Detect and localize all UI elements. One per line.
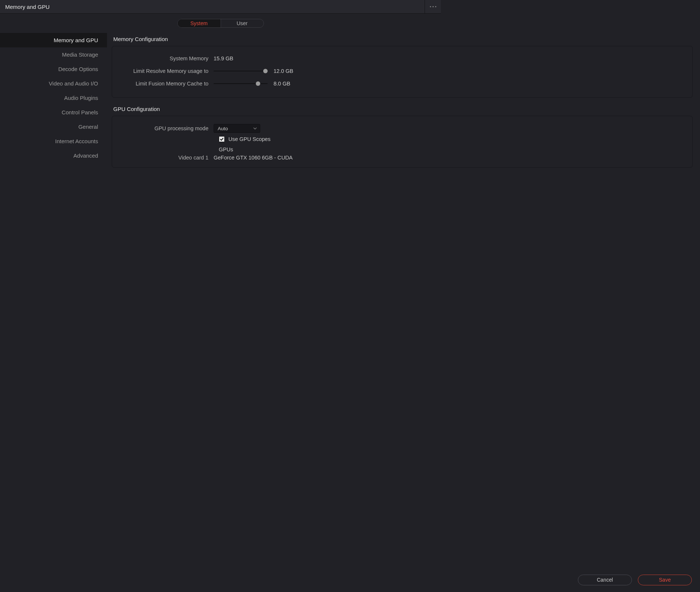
slider-thumb[interactable]: [263, 69, 268, 73]
fusion-limit-slider[interactable]: [214, 81, 268, 86]
video-card-label: Video card 1: [118, 155, 214, 161]
gpu-panel: GPU processing mode Auto Use GPU Scopes: [112, 116, 441, 168]
tab-system[interactable]: System: [178, 19, 221, 27]
sidebar-item-label: Audio Plugins: [64, 95, 98, 101]
resolve-limit-value: 12.0 GB: [274, 68, 293, 74]
sidebar-item-video-audio-io[interactable]: Video and Audio I/O: [0, 76, 107, 91]
sidebar-item-memory-and-gpu[interactable]: Memory and GPU: [0, 33, 107, 47]
row-resolve-limit: Limit Resolve Memory usage to 12.0 GB: [118, 65, 441, 77]
gpu-mode-label: GPU processing mode: [118, 125, 214, 131]
row-fusion-limit: Limit Fusion Memory Cache to 8.0 GB: [118, 78, 441, 89]
row-gpu-mode: GPU processing mode Auto: [118, 123, 441, 134]
svg-point-0: [430, 6, 431, 7]
fusion-limit-label: Limit Fusion Memory Cache to: [118, 81, 214, 87]
sidebar-item-media-storage[interactable]: Media Storage: [0, 47, 107, 62]
sidebar-item-label: Video and Audio I/O: [49, 80, 98, 87]
tab-user[interactable]: User: [221, 19, 264, 27]
memory-panel: System Memory 15.9 GB Limit Resolve Memo…: [112, 46, 441, 98]
resolve-limit-slider[interactable]: [214, 68, 268, 74]
titlebar: Memory and GPU: [0, 0, 441, 14]
sidebar-item-general[interactable]: General: [0, 120, 107, 134]
sidebar-item-label: Media Storage: [62, 51, 98, 58]
chevron-down-icon: [253, 127, 257, 130]
sidebar-item-label: Advanced: [73, 152, 98, 159]
svg-point-1: [432, 6, 433, 7]
row-video-card-1: Video card 1 GeForce GTX 1060 6GB - CUDA: [219, 155, 441, 161]
resolve-limit-label: Limit Resolve Memory usage to: [118, 68, 214, 74]
sidebar-item-audio-plugins[interactable]: Audio Plugins: [0, 91, 107, 105]
window-title: Memory and GPU: [5, 4, 425, 10]
slider-track: [214, 71, 268, 71]
sidebar-item-label: Decode Options: [58, 66, 98, 72]
gpus-title: GPUs: [219, 147, 441, 152]
sidebar-item-label: General: [78, 124, 98, 130]
sidebar-item-label: Control Panels: [62, 109, 98, 115]
slider-thumb[interactable]: [256, 81, 260, 86]
fusion-limit-value: 8.0 GB: [274, 81, 290, 87]
video-card-value: GeForce GTX 1060 6GB - CUDA: [214, 155, 293, 161]
sidebar-item-label: Internet Accounts: [55, 138, 98, 144]
content-area: Memory and GPU Media Storage Decode Opti…: [0, 33, 441, 373]
sidebar-item-internet-accounts[interactable]: Internet Accounts: [0, 134, 107, 148]
tab-switch-row: System User: [0, 14, 441, 33]
gpu-mode-value: Auto: [218, 126, 228, 131]
resolve-limit-control: 12.0 GB: [214, 68, 293, 74]
row-system-memory: System Memory 15.9 GB: [118, 53, 441, 64]
row-use-gpu-scopes: Use GPU Scopes: [219, 136, 441, 142]
system-memory-label: System Memory: [118, 56, 214, 61]
check-icon: [220, 137, 224, 141]
gpu-mode-select[interactable]: Auto: [214, 124, 260, 133]
svg-point-2: [435, 6, 436, 7]
sidebar-item-advanced[interactable]: Advanced: [0, 148, 107, 163]
sidebar-item-decode-options[interactable]: Decode Options: [0, 62, 107, 76]
sidebar-item-label: Memory and GPU: [54, 37, 98, 43]
main-panel: Memory Configuration System Memory 15.9 …: [107, 33, 441, 373]
system-memory-value: 15.9 GB: [214, 56, 233, 61]
use-gpu-scopes-checkbox[interactable]: [219, 136, 225, 142]
memory-section-title: Memory Configuration: [112, 36, 441, 42]
gpu-section-title: GPU Configuration: [112, 106, 441, 112]
fusion-limit-control: 8.0 GB: [214, 81, 290, 87]
sidebar-item-control-panels[interactable]: Control Panels: [0, 105, 107, 120]
sidebar: Memory and GPU Media Storage Decode Opti…: [0, 33, 107, 373]
tab-switch: System User: [177, 19, 264, 28]
use-gpu-scopes-label: Use GPU Scopes: [228, 136, 271, 142]
gpus-block: GPUs Video card 1 GeForce GTX 1060 6GB -…: [219, 147, 441, 161]
more-options-button[interactable]: [425, 0, 441, 14]
ellipsis-icon: [429, 6, 437, 8]
